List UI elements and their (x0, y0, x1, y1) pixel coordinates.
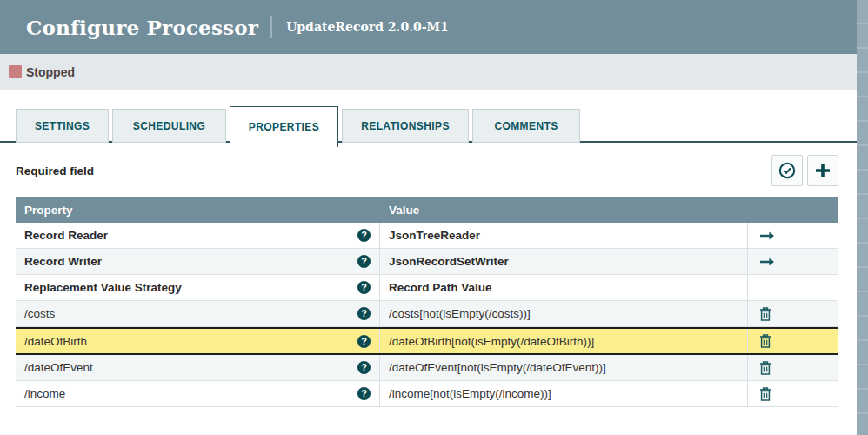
property-value[interactable]: /income[not(isEmpty(/income))] (389, 387, 551, 400)
plus-icon (814, 162, 831, 179)
trash-icon[interactable] (759, 307, 771, 321)
arrow-right-icon[interactable] (759, 231, 775, 241)
stopped-status-icon (9, 65, 22, 78)
column-header-value: Value (380, 204, 748, 217)
required-field-label: Required field (16, 164, 94, 177)
trash-icon[interactable] (759, 361, 771, 375)
help-icon[interactable]: ? (357, 387, 371, 400)
help-icon[interactable]: ? (357, 229, 371, 242)
screen: Configure Processor UpdateRecord 2.0.0-M… (0, 0, 868, 435)
tab-relationships[interactable]: RELATIONSHIPS (342, 109, 469, 143)
tab-scheduling-label: SCHEDULING (133, 120, 205, 132)
help-icon[interactable]: ? (357, 335, 371, 348)
table-row-highlighted[interactable]: /dateOfBirth ? /dateOfBirth[not(isEmpty(… (16, 327, 838, 355)
status-bar: Stopped (0, 54, 857, 90)
tab-comments-label: COMMENTS (494, 120, 558, 132)
table-row[interactable]: /costs ? /costs[not(isEmpty(/costs))] (16, 301, 838, 327)
help-icon[interactable]: ? (357, 281, 371, 294)
tab-relationships-label: RELATIONSHIPS (361, 120, 450, 132)
tab-scheduling[interactable]: SCHEDULING (112, 109, 226, 143)
property-value[interactable]: JsonRecordSetWriter (389, 255, 509, 268)
table-row[interactable]: Replacement Value Strategy ? Record Path… (16, 275, 838, 301)
table-row[interactable]: Record Reader ? JsonTreeReader (16, 223, 838, 249)
table-row[interactable]: Record Writer ? JsonRecordSetWriter (16, 249, 838, 275)
check-circle-icon (778, 161, 797, 180)
property-name: /income (24, 387, 65, 400)
property-name: /dateOfEvent (24, 361, 93, 374)
tab-comments[interactable]: COMMENTS (472, 109, 580, 143)
help-icon[interactable]: ? (357, 255, 371, 268)
property-value[interactable]: JsonTreeReader (389, 229, 480, 242)
verify-properties-button[interactable] (771, 155, 803, 186)
table-row[interactable]: /income ? /income[not(isEmpty(/income))] (16, 381, 838, 407)
property-value[interactable]: /costs[not(isEmpty(/costs))] (389, 307, 531, 320)
table-row[interactable]: /dateOfEvent ? /dateOfEvent[not(isEmpty(… (16, 355, 838, 381)
table-header: Property Value (16, 197, 838, 223)
properties-toolbar: Required field (16, 155, 838, 186)
tab-properties[interactable]: PROPERTIES (230, 106, 338, 147)
property-value[interactable]: /dateOfEvent[not(isEmpty(/dateOfEvent))] (389, 361, 606, 374)
column-header-property: Property (16, 204, 380, 217)
property-name: Replacement Value Strategy (24, 281, 182, 294)
property-name: Record Writer (24, 255, 102, 268)
help-icon[interactable]: ? (357, 361, 371, 374)
help-icon[interactable]: ? (357, 307, 371, 320)
status-label: Stopped (26, 65, 75, 79)
tab-strip: SETTINGS SCHEDULING PROPERTIES RELATIONS… (0, 90, 857, 146)
trash-icon[interactable] (759, 334, 771, 348)
configure-processor-dialog: Configure Processor UpdateRecord 2.0.0-M… (0, 0, 857, 435)
property-name: /costs (24, 307, 55, 320)
processor-name-version: UpdateRecord 2.0.0-M1 (286, 20, 449, 34)
add-property-button[interactable] (807, 155, 838, 186)
dialog-header: Configure Processor UpdateRecord 2.0.0-M… (0, 0, 857, 54)
arrow-right-icon[interactable] (759, 257, 775, 267)
title-divider (270, 16, 272, 38)
property-value[interactable]: /dateOfBirth[not(isEmpty(/dateOfBirth))] (389, 335, 594, 348)
dialog-title: Configure Processor (26, 16, 258, 39)
property-name: Record Reader (24, 229, 108, 242)
tab-settings-label: SETTINGS (35, 120, 90, 132)
tab-properties-label: PROPERTIES (249, 121, 319, 133)
properties-table: Property Value Record Reader ? JsonTreeR… (16, 197, 838, 407)
tab-settings[interactable]: SETTINGS (16, 109, 109, 143)
background-canvas-strip (857, 0, 868, 435)
trash-icon[interactable] (759, 387, 771, 401)
property-name: /dateOfBirth (24, 335, 87, 348)
property-value[interactable]: Record Path Value (389, 281, 492, 294)
